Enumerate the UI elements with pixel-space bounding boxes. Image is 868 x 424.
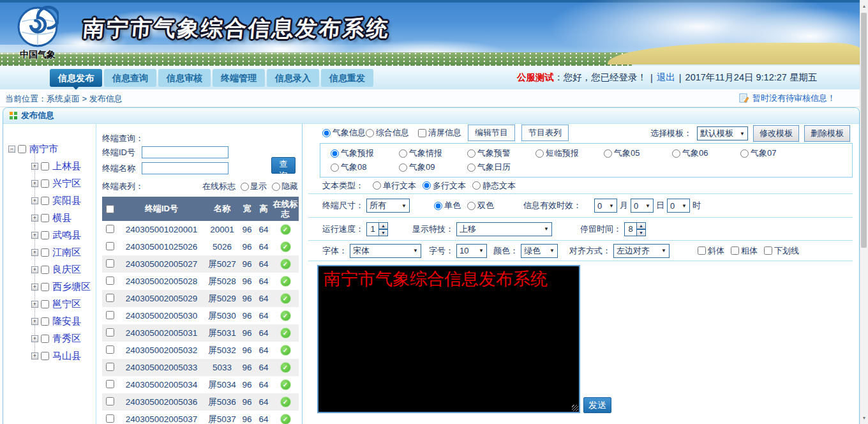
row-checkbox[interactable]	[106, 276, 114, 285]
spin-down-icon[interactable]: ▼	[379, 229, 388, 236]
style-checkbox[interactable]	[764, 246, 772, 255]
row-checkbox[interactable]	[106, 225, 114, 233]
row-checkbox[interactable]	[106, 380, 114, 388]
terminal-size-select[interactable]: 所有	[366, 199, 410, 213]
info-type-radio[interactable]	[322, 129, 331, 137]
category-radio[interactable]	[399, 149, 407, 158]
category-radio[interactable]	[535, 149, 544, 158]
tree-item-label[interactable]: 青秀区	[52, 333, 81, 345]
nav-tab[interactable]: 终端管理	[213, 69, 265, 87]
style-checkbox[interactable]	[731, 246, 739, 255]
tree-item-label[interactable]: 兴宁区	[52, 178, 81, 190]
row-checkbox[interactable]	[106, 345, 114, 354]
category-radio[interactable]	[331, 149, 339, 158]
align-select[interactable]: 左边对齐	[613, 244, 670, 258]
message-preview[interactable]: 南宁市气象综合信息发布系统	[317, 265, 580, 413]
font-size-select[interactable]: 10	[456, 244, 487, 258]
category-radio[interactable]	[467, 149, 475, 158]
expand-icon[interactable]: +	[31, 232, 38, 239]
stay-stepper[interactable]: 8 ▲▼	[624, 222, 646, 236]
tree-item-checkbox[interactable]	[41, 266, 49, 274]
tree-item-label[interactable]: 宾阳县	[52, 195, 81, 207]
font-select[interactable]: 宋体	[350, 244, 421, 258]
tree-item-label[interactable]: 良庆区	[52, 264, 81, 276]
category-radio[interactable]	[467, 163, 475, 172]
style-checkbox[interactable]	[698, 246, 706, 255]
online-hide-radio[interactable]	[272, 183, 280, 191]
template-select[interactable]: 默认模板	[697, 126, 748, 140]
text-type-radio[interactable]	[373, 181, 381, 190]
row-checkbox[interactable]	[106, 242, 114, 250]
category-radio[interactable]	[604, 149, 612, 158]
expand-icon[interactable]: +	[31, 335, 38, 342]
expand-icon[interactable]: +	[31, 163, 38, 170]
row-checkbox[interactable]	[106, 259, 114, 268]
audit-notice[interactable]: 暂时没有待审核信息！	[739, 93, 835, 104]
expand-icon[interactable]: +	[31, 284, 38, 291]
validity-day-select[interactable]: 0	[631, 199, 654, 213]
tree-item-checkbox[interactable]	[41, 248, 49, 257]
program-list-button[interactable]: 节目表列	[521, 125, 569, 141]
resize-handle-icon[interactable]	[572, 405, 578, 411]
tree-item-label[interactable]: 横县	[52, 212, 71, 224]
expand-icon[interactable]: +	[31, 301, 38, 308]
nav-tab[interactable]: 信息重发	[321, 69, 373, 87]
tree-item-label[interactable]: 西乡塘区	[52, 281, 91, 293]
tree-item-checkbox[interactable]	[41, 231, 49, 239]
tree-root-checkbox[interactable]	[18, 145, 26, 153]
vertical-scrollbar[interactable]: ▲ ▼	[860, 0, 868, 424]
logout-link[interactable]: 退出	[657, 72, 675, 84]
row-checkbox[interactable]	[106, 311, 114, 319]
info-type-radio[interactable]	[366, 129, 374, 137]
expand-icon[interactable]: +	[31, 215, 38, 222]
expand-icon[interactable]: +	[31, 197, 38, 204]
scroll-down-icon[interactable]: ▼	[860, 413, 868, 423]
modify-template-button[interactable]: 修改模板	[753, 125, 799, 142]
color-mode-radio[interactable]	[467, 202, 475, 210]
clear-screen-checkbox[interactable]	[418, 129, 426, 137]
online-show-radio[interactable]	[241, 183, 249, 191]
color-mode-radio[interactable]	[434, 202, 442, 210]
row-checkbox[interactable]	[106, 294, 114, 302]
text-type-radio[interactable]	[472, 181, 481, 190]
row-checkbox[interactable]	[106, 414, 114, 423]
tree-item-label[interactable]: 江南区	[52, 246, 81, 259]
tree-item-label[interactable]: 武鸣县	[52, 229, 81, 241]
tree-root-label[interactable]: 南宁市	[29, 143, 58, 155]
spin-down-icon[interactable]: ▼	[637, 229, 646, 236]
select-all-checkbox[interactable]	[106, 205, 114, 213]
spin-up-icon[interactable]: ▲	[379, 222, 388, 229]
category-radio[interactable]	[740, 149, 749, 158]
edit-program-button[interactable]: 编辑节目	[468, 125, 515, 141]
row-checkbox[interactable]	[106, 363, 114, 371]
speed-stepper[interactable]: 1 ▲▼	[366, 222, 388, 236]
nav-tab[interactable]: 信息查询	[104, 69, 156, 87]
validity-month-select[interactable]: 0	[594, 199, 617, 213]
tree-item-checkbox[interactable]	[41, 197, 49, 205]
search-button[interactable]: 查询	[271, 157, 296, 174]
send-button[interactable]: 发送	[583, 397, 611, 413]
row-checkbox[interactable]	[106, 328, 114, 337]
tree-item-checkbox[interactable]	[41, 317, 49, 326]
category-radio[interactable]	[399, 163, 407, 172]
breadcrumb-path[interactable]: 系统桌面 > 发布信息	[47, 94, 123, 103]
effect-select[interactable]: 上移	[456, 222, 552, 236]
tree-item-label[interactable]: 隆安县	[52, 315, 81, 328]
tree-item-label[interactable]: 邕宁区	[52, 298, 81, 310]
nav-tab[interactable]: 信息录入	[267, 69, 319, 87]
expand-icon[interactable]: +	[31, 180, 38, 187]
validity-hour-select[interactable]: 0	[667, 199, 690, 213]
tree-item-checkbox[interactable]	[41, 300, 49, 308]
spin-up-icon[interactable]: ▲	[637, 222, 646, 229]
tree-item-checkbox[interactable]	[41, 283, 49, 291]
expand-icon[interactable]: +	[31, 352, 38, 360]
tree-item-checkbox[interactable]	[41, 352, 49, 360]
row-checkbox[interactable]	[106, 397, 114, 405]
tree-item-checkbox[interactable]	[41, 179, 49, 188]
tree-item-label[interactable]: 马山县	[52, 350, 81, 362]
tree-item-checkbox[interactable]	[41, 162, 49, 170]
color-select[interactable]: 绿色	[521, 244, 558, 258]
collapse-icon[interactable]: −	[8, 146, 15, 153]
tree-item-checkbox[interactable]	[41, 335, 49, 343]
expand-icon[interactable]: +	[31, 266, 38, 273]
